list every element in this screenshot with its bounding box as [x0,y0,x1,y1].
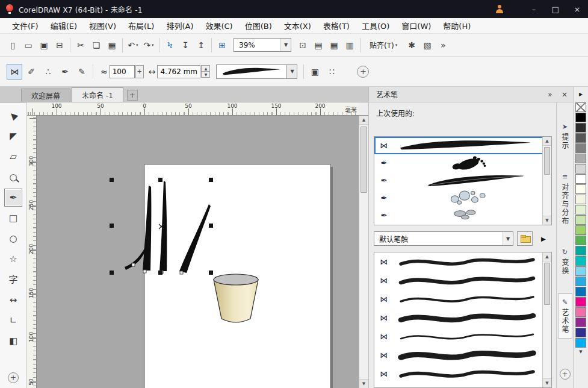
toolbar-export-button[interactable]: ↥ [194,37,208,53]
scroll-down-button[interactable]: ▼ [543,378,551,387]
toolbar-save-button[interactable]: ▣ [37,37,51,53]
default-stroke-item[interactable]: ⋈ [374,252,551,271]
default-stroke-item[interactable]: ⋈ [374,383,551,388]
scroll-down-button[interactable]: ▼ [359,379,368,388]
menu-item[interactable]: 文本(X) [278,17,317,34]
quick-customize-strip-button[interactable]: + [560,369,571,380]
default-stroke-item[interactable]: ⋈ [374,271,551,290]
color-swatch[interactable] [575,297,586,307]
menu-item[interactable]: 位图(B) [239,17,278,34]
toolbar-new-document-button[interactable]: ▯ [5,37,20,53]
last-used-item-bubbles[interactable]: ✒ [374,189,551,207]
palette-scroll-down-button[interactable]: ▼ [579,349,582,354]
docker-close-button[interactable]: × [559,89,571,101]
smoothing-input[interactable] [110,65,135,78]
tab-untitled-1[interactable]: 未命名 -1 [72,87,123,102]
toolbar-fullscreen-preview-button[interactable]: ⊡ [296,37,310,53]
color-swatch[interactable] [575,225,586,235]
pressure-mode-button[interactable]: ✎ [74,64,90,80]
default-stroke-item[interactable]: ⋈ [374,308,551,327]
menu-item[interactable]: 编辑(E) [45,17,83,34]
menu-item[interactable]: 布局(L) [122,17,160,34]
artistic-media-tool[interactable]: ✒ [4,189,22,207]
stroke-select-arrow[interactable]: ▼ [287,64,297,79]
toolbar-redo-button[interactable]: ↷▾ [141,37,156,53]
zoom-tool[interactable]: ○ [4,168,22,186]
toolbar-copy-button[interactable]: ❏ [89,37,104,53]
connector-tool[interactable]: ∟ [4,311,22,330]
toolbar-import-button[interactable]: ↧ [178,37,193,53]
color-swatch[interactable] [575,277,586,286]
drawing-canvas[interactable] [37,116,359,388]
menu-item[interactable]: 表格(T) [317,17,356,34]
toolbar-open-button[interactable]: ▭ [21,37,36,53]
horizontal-ruler[interactable]: 毫米 10050050100150200 [27,102,359,116]
sprayer-mode-button[interactable]: ∴ [40,64,56,80]
side-tab-align-distribute[interactable]: ≡对齐与分布 [558,168,572,230]
color-swatch[interactable] [575,266,586,276]
shape-tool[interactable]: ◤ [4,127,22,145]
toolbar-search-content-button[interactable]: Ϟ [162,37,177,53]
add-tool-button[interactable]: + [8,372,19,383]
calligraphy-mode-button[interactable]: ✒ [57,64,73,80]
color-swatch[interactable] [575,154,586,163]
polygon-tool[interactable]: ☆ [4,250,22,268]
color-swatch[interactable] [575,246,586,255]
account-button[interactable] [492,2,507,16]
last-used-item-brush-stroke[interactable]: ⋈ [374,137,551,154]
brush-mode-button[interactable]: ✐ [23,64,39,80]
scroll-up-button[interactable]: ▲ [543,137,551,146]
list-scrollbar[interactable]: ▲ ▼ [542,137,551,225]
toolbar-application-launcher-button[interactable]: ⊞ [215,37,229,53]
menu-item[interactable]: 文件(F) [6,17,45,34]
vertical-ruler[interactable]: 30025020015010050 [27,116,37,388]
maximize-button[interactable]: □ [545,0,566,18]
minimize-button[interactable]: – [523,0,545,18]
browse-folder-button[interactable] [517,231,533,246]
toolbar-overflow-button[interactable]: » [436,37,450,53]
scrollbar-thumb[interactable] [361,127,367,193]
color-swatch[interactable] [575,195,586,204]
default-stroke-item[interactable]: ⋈ [374,327,551,346]
menu-item[interactable]: 视图(V) [83,17,122,34]
color-swatch[interactable] [575,174,586,184]
default-stroke-item[interactable]: ⋈ [374,346,551,365]
toolbar-show-guidelines-button[interactable]: ▥ [342,37,357,53]
toolbar-paste-button[interactable]: ▦ [105,37,119,53]
toolbar-cut-button[interactable]: ✂ [73,37,88,53]
color-swatch-none[interactable] [575,102,586,112]
rectangle-tool[interactable]: □ [4,209,22,227]
flyout-arrow-icon[interactable]: ▶ [541,236,546,242]
color-swatch[interactable] [575,287,586,296]
preset-mode-button[interactable]: ⋈ [7,64,22,80]
side-tab-artistic-media[interactable]: ✎艺术笔 [558,293,572,339]
side-tab-hints[interactable]: ➤提示 [558,118,572,155]
toolbar-show-grid-button[interactable]: ▦ [327,37,341,53]
menu-item[interactable]: 工具(O) [356,17,395,34]
pick-tool[interactable]: ▶ [4,107,22,125]
text-tool[interactable]: 字 [4,271,22,289]
parallel-dimension-tool[interactable]: ↔ [4,291,22,309]
color-swatch[interactable] [575,164,586,174]
last-used-item-feather[interactable]: ✒ [374,172,551,189]
color-swatch[interactable] [575,338,586,348]
zoom-level-select[interactable]: 39%▼ [234,38,291,52]
color-swatch[interactable] [575,307,586,317]
ellipse-tool[interactable]: ○ [4,230,22,248]
last-used-item-footprint[interactable]: ✒ [374,154,551,172]
interactive-fill-tool[interactable]: ◧ [4,332,22,350]
color-swatch[interactable] [575,328,586,337]
docker-collapse-button[interactable]: » [544,89,556,101]
scale-stroke-button[interactable]: ▣ [307,64,323,80]
color-swatch[interactable] [575,123,586,133]
tab-welcome-screen[interactable]: 欢迎屏幕 [21,89,70,102]
color-swatch[interactable] [575,215,586,225]
menu-item[interactable]: 帮助(H) [437,17,477,34]
close-button[interactable]: × [566,0,588,18]
scroll-down-button[interactable]: ▼ [543,216,551,225]
smoothing-slider-button[interactable]: + [135,65,144,78]
color-swatch[interactable] [575,205,586,214]
toolbar-show-rulers-button[interactable]: ▤ [311,37,326,53]
menu-item[interactable]: 效果(C) [199,17,238,34]
toolbar-print-button[interactable]: ⊟ [52,37,67,53]
